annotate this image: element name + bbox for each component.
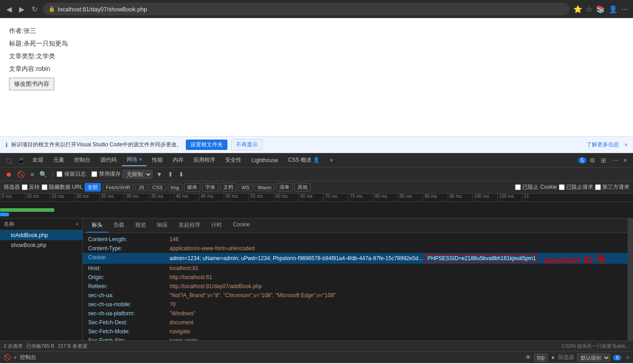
tab-welcome[interactable]: 欢迎 [28,154,48,166]
tab-lighthouse[interactable]: Lighthouse [247,155,283,165]
console-add-icon[interactable]: + [14,354,17,361]
tab-network[interactable]: 网络 × [122,154,146,166]
severity-select[interactable]: 默认级别 [577,354,610,362]
detail-tab-preview[interactable]: 预览 [130,219,151,233]
filter-ws-btn[interactable]: WS [238,184,253,191]
extensions-icon[interactable]: ⭐ [573,5,582,14]
third-party-checkbox[interactable] [595,184,601,190]
edit-button[interactable]: 修改图书内容 [9,78,54,90]
blocked-cookie-checkbox[interactable] [515,184,521,190]
detail-tab-initiator[interactable]: 发起程序 [173,219,206,233]
invert-checkbox[interactable] [22,184,28,190]
console-close[interactable]: × [626,354,629,361]
preserve-log-checkbox[interactable] [57,171,62,177]
inspect-icon[interactable]: ⬚ [4,156,14,165]
close-devtools-icon[interactable]: × [621,156,629,165]
filter-fetch-xhr-btn[interactable]: Fetch/XHR [103,184,133,191]
search-icon[interactable]: 🔍 [38,170,49,179]
more-actions-icon[interactable]: ⋯ [609,156,620,165]
filter-doc-btn[interactable]: 文档 [220,183,236,191]
header-row-referer: Referer: http://localhost:81/day07/addBo… [83,282,633,291]
tab-memory[interactable]: 内存 [168,154,188,166]
tick-35ms: 35 ms [149,194,174,201]
tab-sources[interactable]: 源代码 [96,154,121,166]
disable-cache-checkbox[interactable] [91,171,97,177]
filter-icon[interactable]: ≡ [28,170,36,179]
filter-media-btn[interactable]: 媒体 [184,183,200,191]
export-icon[interactable]: ⬇ [177,170,186,179]
console-clear-icon[interactable]: 🚫 [4,354,11,361]
detail-tab-headers[interactable]: 标头 [86,219,108,233]
filter-wasm-btn[interactable]: Wasm [255,184,275,191]
back-button[interactable]: ◀ [5,3,14,15]
clear-icon[interactable]: 🚫 [15,170,27,179]
collections-icon[interactable]: 📚 [596,5,605,14]
filter-all-btn[interactable]: 全部 [85,183,101,191]
tab-console[interactable]: 控制台 [70,154,95,166]
tick-75ms: 75 ms [348,194,373,201]
tab-add[interactable]: + [325,155,337,165]
content-label: 文章内容:robin [9,65,624,73]
console-top-dropdown[interactable]: ▼ [550,355,555,360]
tick-60ms: 60 ms [274,194,298,201]
request-details-wrapper: 标头 负载 预览 响应 发起程序 计时 Cookie Content-Lengt… [83,219,633,341]
filter-css-btn[interactable]: CSS [149,184,166,191]
set-root-button[interactable]: 设置根文件夹 [186,140,227,150]
filter-js-btn[interactable]: JS [135,184,147,191]
profile-icon[interactable]: 👤 [609,5,618,14]
dismiss-button[interactable]: 不再显示 [231,139,263,150]
throttle-select[interactable]: 无限制 [123,170,152,179]
tab-elements[interactable]: 元素 [49,154,69,166]
timeline-content [0,202,633,219]
tick-45ms: 45 ms [199,194,224,201]
settings-icon[interactable]: ⚙ [587,156,598,165]
console-eye-icon[interactable]: 👁 [525,354,531,361]
tick-70ms: 70 ms [323,194,348,201]
console-bar: 🚫 + 控制台 👁 top ▼ 筛选器 默认级别 5 × [0,351,633,363]
file-list-close[interactable]: × [76,221,79,228]
detail-tab-payload[interactable]: 负载 [108,219,130,233]
file-list-header: 名称 × [0,219,82,230]
detail-tab-cookie[interactable]: Cookie [227,219,255,233]
hide-data-url-checkbox[interactable] [42,184,47,190]
tick-55ms: 55 ms [249,194,274,201]
filter-manifest-btn[interactable]: 清单 [276,183,293,191]
header-row-sec-fetch-mode: Sec-Fetch-Mode: navigate [83,327,633,336]
scrollbar-track[interactable] [628,219,633,341]
refresh-button[interactable]: ↻ [30,3,39,15]
tab-application[interactable]: 应用程序 [189,154,220,166]
tick-15ms: 15 ms [50,194,75,201]
tab-css-overview[interactable]: CSS 概述 👤 [283,154,324,166]
learn-more-link[interactable]: 了解更多信息 [586,141,619,149]
detail-tabs: 标头 负载 预览 响应 发起程序 计时 Cookie [83,219,633,233]
error-badge: 5 [578,157,586,163]
file-item-showbook-label: showBook.php [11,242,47,248]
address-bar[interactable]: 🔒 localhost:81/day07/showBook.php [43,3,570,15]
request-details: 标头 负载 预览 响应 发起程序 计时 Cookie Content-Lengt… [83,219,633,341]
favorites-icon[interactable]: ☆ [586,5,592,14]
filter-font-btn[interactable]: 字体 [202,183,218,191]
forward-button[interactable]: ▶ [17,3,26,15]
throttle-down-icon[interactable]: ▼ [154,170,164,179]
header-row-sec-ch-ua-platform: sec-ch-ua-platform: "Windows" [83,309,633,318]
detail-tab-response[interactable]: 响应 [151,219,173,233]
tab-security[interactable]: 安全性 [221,154,246,166]
csdn-brand: CSDN @杀死一只知更鸟deb... [562,343,629,350]
import-icon[interactable]: ⬆ [166,170,175,179]
console-top-label[interactable]: top [534,354,548,362]
blocked-request-label: 已阻止请求 [559,183,593,191]
record-icon[interactable]: ⏺ [4,170,14,179]
detail-tab-timing[interactable]: 计时 [206,219,227,233]
device-icon[interactable]: 📱 [15,156,27,165]
file-item-toaddbook[interactable]: toAddBook.php [0,230,82,240]
file-item-showbook[interactable]: showBook.php [0,240,82,250]
blocked-request-checkbox[interactable] [559,184,565,190]
dock-icon[interactable]: ⊞ [599,156,609,165]
filter-img-btn[interactable]: Img [168,184,182,191]
filter-other-btn[interactable]: 其他 [294,183,311,191]
cookie-value-part2: ... [418,255,423,261]
more-icon[interactable]: ⋯ [621,5,628,14]
header-row-sec-fetch-dest: Sec-Fetch-Dest: document [83,318,633,327]
tab-performance[interactable]: 性能 [147,154,167,166]
notification-close[interactable]: × [624,142,628,148]
